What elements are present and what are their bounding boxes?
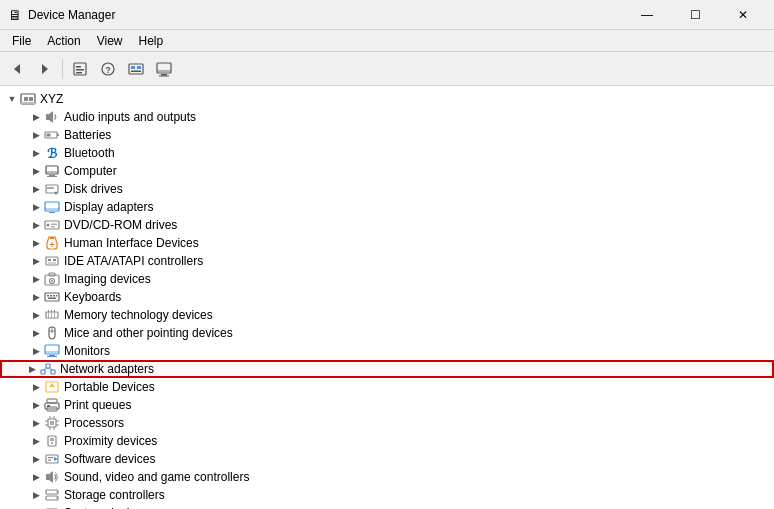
tree-item-monitors[interactable]: ▶ Monitors	[0, 342, 774, 360]
mice-expand[interactable]: ▶	[28, 325, 44, 341]
svg-rect-43	[48, 259, 51, 261]
audio-expand[interactable]: ▶	[28, 109, 44, 125]
network-expand[interactable]: ▶	[24, 361, 40, 377]
mice-label: Mice and other pointing devices	[64, 324, 233, 342]
svg-rect-14	[159, 75, 169, 76]
svg-point-36	[47, 224, 50, 227]
imaging-icon	[44, 271, 60, 287]
svg-rect-3	[76, 66, 81, 68]
svg-rect-44	[53, 259, 56, 261]
root-label: XYZ	[40, 90, 63, 108]
tree-item-network[interactable]: ▶ Network adapters	[0, 360, 774, 378]
svg-line-72	[43, 368, 48, 370]
tree-item-keyboards[interactable]: ▶ Keyboards	[0, 288, 774, 306]
imaging-expand[interactable]: ▶	[28, 271, 44, 287]
processors-icon	[44, 415, 60, 431]
tree-item-audio[interactable]: ▶ Audio inputs and outputs	[0, 108, 774, 126]
computer-expand[interactable]: ▶	[28, 163, 44, 179]
menu-view[interactable]: View	[89, 32, 131, 50]
tree-item-ide[interactable]: ▶ IDE ATA/ATAPI controllers	[0, 252, 774, 270]
forward-button[interactable]	[32, 56, 58, 82]
portable-expand[interactable]: ▶	[28, 379, 44, 395]
software-expand[interactable]: ▶	[28, 451, 44, 467]
svg-point-30	[55, 192, 58, 195]
monitors-icon	[44, 343, 60, 359]
svg-point-101	[56, 497, 58, 499]
tree-item-batteries[interactable]: ▶ Batteries	[0, 126, 774, 144]
bluetooth-expand[interactable]: ▶	[28, 145, 44, 161]
batteries-label: Batteries	[64, 126, 111, 144]
hid-icon	[44, 235, 60, 251]
tree-item-portable[interactable]: ▶ Portable Devices	[0, 378, 774, 396]
close-button[interactable]: ✕	[720, 0, 766, 30]
computer-icon	[44, 163, 60, 179]
system-expand[interactable]: ▶	[28, 505, 44, 509]
svg-rect-57	[48, 312, 49, 318]
keyboards-expand[interactable]: ▶	[28, 289, 44, 305]
audio-label: Audio inputs and outputs	[64, 108, 196, 126]
tree-item-system[interactable]: ▶ System devices	[0, 504, 774, 509]
tree-item-mice[interactable]: ▶ Mice and other pointing devices	[0, 324, 774, 342]
toolbar-separator-1	[62, 59, 63, 79]
tree-item-disk[interactable]: ▶ Disk drives	[0, 180, 774, 198]
monitors-expand[interactable]: ▶	[28, 343, 44, 359]
tree-item-memory[interactable]: ▶ Memory technology devices	[0, 306, 774, 324]
svg-rect-58	[51, 312, 52, 318]
memory-expand[interactable]: ▶	[28, 307, 44, 323]
proximity-label: Proximity devices	[64, 432, 157, 450]
title-bar-controls: — ☐ ✕	[624, 0, 766, 30]
computer-view-button[interactable]	[151, 56, 177, 82]
monitors-label: Monitors	[64, 342, 110, 360]
properties-button[interactable]	[67, 56, 93, 82]
svg-rect-4	[76, 69, 84, 71]
processors-label: Processors	[64, 414, 124, 432]
ide-expand[interactable]: ▶	[28, 253, 44, 269]
tree-item-hid[interactable]: ▶ Human Interface Devices	[0, 234, 774, 252]
dvd-expand[interactable]: ▶	[28, 217, 44, 233]
tree-root[interactable]: ▼ XYZ	[0, 90, 774, 108]
tree-item-print[interactable]: ▶ Print queues	[0, 396, 774, 414]
tree-item-computer[interactable]: ▶ Computer	[0, 162, 774, 180]
back-button[interactable]	[4, 56, 30, 82]
menu-bar: File Action View Help	[0, 30, 774, 52]
processors-expand[interactable]: ▶	[28, 415, 44, 431]
tree-item-storage[interactable]: ▶ Storage controllers	[0, 486, 774, 504]
minimize-button[interactable]: —	[624, 0, 670, 30]
menu-help[interactable]: Help	[131, 32, 172, 50]
dvd-icon	[44, 217, 60, 233]
disk-icon	[44, 181, 60, 197]
sound-expand[interactable]: ▶	[28, 469, 44, 485]
root-icon	[20, 91, 36, 107]
hid-expand[interactable]: ▶	[28, 235, 44, 251]
menu-action[interactable]: Action	[39, 32, 88, 50]
svg-point-49	[51, 280, 53, 282]
tree-item-sound[interactable]: ▶ Sound, video and game controllers	[0, 468, 774, 486]
proximity-expand[interactable]: ▶	[28, 433, 44, 449]
print-expand[interactable]: ▶	[28, 397, 44, 413]
svg-rect-26	[49, 175, 55, 176]
svg-rect-76	[47, 399, 57, 403]
tree-item-proximity[interactable]: ▶ Proximity devices	[0, 432, 774, 450]
storage-expand[interactable]: ▶	[28, 487, 44, 503]
svg-marker-0	[14, 64, 20, 74]
tree-item-processors[interactable]: ▶ Processors	[0, 414, 774, 432]
network-label: Network adapters	[60, 360, 154, 378]
scan-button[interactable]	[123, 56, 149, 82]
batteries-expand[interactable]: ▶	[28, 127, 44, 143]
tree-item-software[interactable]: ▶ Software devices	[0, 450, 774, 468]
display-expand[interactable]: ▶	[28, 199, 44, 215]
menu-file[interactable]: File	[4, 32, 39, 50]
disk-expand[interactable]: ▶	[28, 181, 44, 197]
svg-rect-53	[53, 295, 55, 297]
memory-icon	[44, 307, 60, 323]
root-expand[interactable]: ▼	[4, 91, 20, 107]
help-button[interactable]: ?	[95, 56, 121, 82]
svg-rect-17	[24, 97, 28, 101]
tree-item-bluetooth[interactable]: ▶ ℬ Bluetooth	[0, 144, 774, 162]
svg-rect-54	[56, 295, 58, 297]
tree-item-display[interactable]: ▶ Display adapters	[0, 198, 774, 216]
tree-item-imaging[interactable]: ▶ Imaging devices	[0, 270, 774, 288]
maximize-button[interactable]: ☐	[672, 0, 718, 30]
tree-item-dvd[interactable]: ▶ DVD/CD-ROM drives	[0, 216, 774, 234]
svg-rect-95	[48, 460, 51, 461]
